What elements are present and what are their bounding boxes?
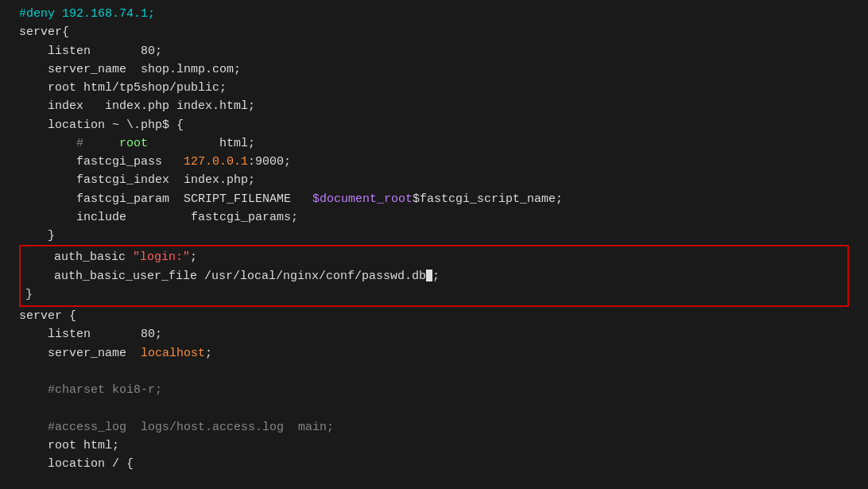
code-text: } (19, 229, 55, 243)
localhost-name: localhost (141, 347, 205, 360)
code-text: } (25, 288, 33, 301)
comment-text: #access_log logs/host.access.log main; (19, 421, 334, 434)
code-text: $fastcgi_script_name; (413, 192, 563, 206)
string-value: "login:" (133, 250, 190, 264)
code-line: server{ (19, 23, 849, 41)
highlighted-section: auth_basic "login:"; auth_basic_user_fil… (19, 245, 849, 307)
code-line: } (19, 227, 849, 245)
code-line: location / { (19, 455, 849, 473)
code-line: #access_log logs/host.access.log main; (19, 418, 849, 437)
code-line: auth_basic "login:"; (25, 248, 843, 266)
code-line: #charset koi8-r; (19, 381, 849, 399)
code-line: location ~ \.php$ { (19, 116, 849, 134)
code-line (19, 363, 849, 381)
code-line: #deny 192.168.74.1; (19, 5, 849, 23)
code-line: fastcgi_index index.php; (19, 171, 849, 189)
code-text: server{ (19, 25, 69, 39)
code-line: listen 80; (19, 42, 849, 60)
comment-text: #charset koi8-r; (19, 383, 162, 397)
code-text: listen 80; (19, 45, 162, 58)
code-text: root (119, 137, 148, 150)
code-text: include fastcgi_params; (19, 211, 298, 224)
code-line: fastcgi_pass 127.0.0.1:9000; (19, 153, 849, 171)
code-line (19, 399, 849, 417)
code-text: ; (205, 347, 212, 360)
code-text: index index.php index.html; (19, 99, 255, 113)
code-text: # (19, 137, 119, 150)
code-line: root html; (19, 437, 849, 455)
code-text: server_name (19, 347, 141, 360)
ip-address: 127.0.0.1 (184, 155, 248, 169)
code-text: server_name shop.lnmp.com; (19, 63, 241, 76)
code-text: fastcgi_index index.php; (19, 173, 255, 187)
code-line: server { (19, 307, 849, 325)
text-cursor (426, 270, 432, 281)
code-line: fastcgi_param SCRIPT_FILENAME $document_… (19, 190, 849, 208)
code-text: ; (432, 270, 440, 283)
code-line: # root html; (19, 134, 849, 153)
code-line: server_name shop.lnmp.com; (19, 60, 849, 79)
code-text: server { (19, 309, 76, 323)
code-line: server_name localhost; (19, 344, 849, 363)
code-text: listen 80; (19, 328, 162, 341)
code-editor: #deny 192.168.74.1; server{ listen 80; s… (0, 0, 868, 478)
code-line: include fastcgi_params; (19, 208, 849, 227)
code-text: auth_basic (25, 250, 133, 264)
code-text: fastcgi_param SCRIPT_FILENAME (19, 192, 312, 206)
code-line: } (25, 285, 843, 304)
code-text: html; (148, 137, 255, 150)
variable: $document_root (312, 192, 413, 206)
code-text: root html/tp5shop/public; (19, 81, 227, 95)
code-text: location / { (19, 457, 134, 471)
code-line: index index.php index.html; (19, 97, 849, 115)
code-line: auth_basic_user_file /usr/local/nginx/co… (25, 267, 843, 285)
code-text (19, 118, 48, 132)
location-keyword: location (48, 118, 105, 132)
code-text: :9000; (248, 155, 291, 169)
code-text: fastcgi_pass (19, 155, 184, 169)
code-text: root html; (19, 439, 119, 452)
code-text: ~ \.php$ { (105, 118, 184, 132)
code-text: auth_basic_user_file /usr/local/nginx/co… (25, 270, 426, 283)
code-text: ; (190, 250, 197, 264)
code-line: root html/tp5shop/public; (19, 79, 849, 97)
code-line: listen 80; (19, 325, 849, 343)
code-text: #deny 192.168.74.1; (19, 7, 155, 21)
